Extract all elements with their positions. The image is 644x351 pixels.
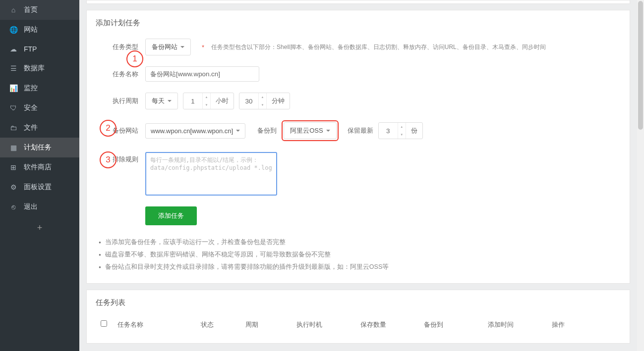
sidebar-item-monitor[interactable]: 📊 监控 bbox=[0, 78, 79, 98]
add-task-panel: 添加计划任务 1 任务类型 备份网站 * 任务类型包含以下部分：Shell脚本、… bbox=[86, 10, 630, 284]
sidebar-label: 文件 bbox=[24, 123, 38, 132]
row-backup-site: 2 备份网站 www.wpon.cn[www.wpon.cn] 备份到 阿里云O… bbox=[96, 120, 621, 141]
sidebar-label: 安全 bbox=[24, 103, 38, 112]
hour-unit: 小时 bbox=[210, 93, 234, 109]
sidebar-label: 监控 bbox=[24, 84, 38, 93]
sidebar-item-home[interactable]: ⌂ 首页 bbox=[0, 0, 79, 20]
minute-spinner[interactable]: ▲▼ bbox=[258, 93, 266, 109]
prev-panel-edge bbox=[86, 0, 630, 4]
notes-list: 当添加完备份任务，应该手动运行一次，并检查备份包是否完整 磁盘容量不够、数据库密… bbox=[96, 236, 621, 273]
chevron-down-icon bbox=[236, 130, 240, 132]
header-checkbox-col bbox=[101, 320, 117, 329]
sidebar-label: FTP bbox=[24, 45, 37, 53]
sidebar-label: 面板设置 bbox=[24, 183, 52, 192]
task-list-title: 任务列表 bbox=[96, 298, 621, 307]
col-cycle: 周期 bbox=[245, 320, 296, 329]
globe-icon: 🌐 bbox=[9, 26, 18, 34]
minute-unit: 分钟 bbox=[266, 93, 290, 109]
sidebar-item-site[interactable]: 🌐 网站 bbox=[0, 20, 79, 40]
folder-icon: 🗀 bbox=[9, 124, 18, 132]
sidebar-add-button[interactable]: + bbox=[0, 217, 79, 239]
chevron-down-icon bbox=[326, 130, 330, 132]
sidebar-item-security[interactable]: 🛡 安全 bbox=[0, 98, 79, 118]
scrollbar-track[interactable] bbox=[637, 0, 644, 351]
keep-spinner[interactable]: ▲▼ bbox=[398, 123, 406, 139]
ftp-icon: ☁ bbox=[9, 45, 18, 53]
label-cycle: 执行周期 bbox=[96, 97, 145, 105]
sidebar-item-database[interactable]: ☰ 数据库 bbox=[0, 58, 79, 78]
row-task-type: 1 任务类型 备份网站 * 任务类型包含以下部分：Shell脚本、备份网站、备份… bbox=[96, 39, 621, 55]
minute-input[interactable] bbox=[239, 93, 258, 109]
gear-icon: ⚙ bbox=[9, 183, 18, 191]
sidebar-item-logout[interactable]: ⎋ 退出 bbox=[0, 197, 79, 217]
hour-spinner[interactable]: ▲▼ bbox=[202, 93, 210, 109]
chevron-down-icon bbox=[180, 46, 184, 48]
hour-group: ▲▼ 小时 bbox=[183, 93, 234, 109]
exclude-textarea[interactable] bbox=[145, 152, 277, 196]
database-icon: ☰ bbox=[9, 64, 18, 72]
backup-dest-select[interactable]: 阿里云OSS bbox=[284, 122, 336, 139]
sidebar-item-ftp[interactable]: ☁ FTP bbox=[0, 40, 79, 58]
task-type-select[interactable]: 备份网站 bbox=[145, 39, 191, 55]
row-submit: 添加任务 bbox=[96, 206, 621, 225]
keep-input[interactable] bbox=[379, 123, 398, 139]
col-createtime: 添加时间 bbox=[488, 320, 552, 329]
col-name: 任务名称 bbox=[117, 320, 201, 329]
task-type-hint: 任务类型包含以下部分：Shell脚本、备份网站、备份数据库、日志切割、释放内存、… bbox=[211, 43, 546, 51]
row-cycle: 执行周期 每天 ▲▼ 小时 ▲▼ 分钟 bbox=[96, 93, 621, 109]
sidebar: ⌂ 首页 🌐 网站 ☁ FTP ☰ 数据库 📊 监控 🛡 安全 🗀 文件 ▦ bbox=[0, 0, 79, 351]
shield-icon: 🛡 bbox=[9, 104, 18, 112]
sidebar-item-settings[interactable]: ⚙ 面板设置 bbox=[0, 177, 79, 197]
hour-input[interactable] bbox=[183, 93, 202, 109]
exit-icon: ⎋ bbox=[9, 203, 18, 211]
grid-icon: ⊞ bbox=[9, 163, 18, 171]
home-icon: ⌂ bbox=[9, 6, 18, 14]
select-all-checkbox[interactable] bbox=[101, 320, 107, 327]
note-item: 备份站点和目录时支持文件或目录排除，请将需要排除功能的插件升级到最新版，如：阿里… bbox=[99, 261, 621, 273]
sidebar-item-cron[interactable]: ▦ 计划任务 bbox=[0, 138, 79, 157]
add-task-button[interactable]: 添加任务 bbox=[145, 206, 197, 225]
sidebar-label: 退出 bbox=[24, 202, 38, 211]
cycle-value: 每天 bbox=[152, 97, 165, 105]
sidebar-label: 数据库 bbox=[24, 64, 45, 73]
task-table-header: 任务名称 状态 周期 执行时机 保存数量 备份到 添加时间 操作 bbox=[96, 316, 621, 333]
sidebar-item-store[interactable]: ⊞ 软件商店 bbox=[0, 157, 79, 177]
col-status: 状态 bbox=[201, 320, 245, 329]
sidebar-label: 计划任务 bbox=[24, 143, 52, 152]
sidebar-label: 软件商店 bbox=[24, 163, 52, 172]
col-action: 操作 bbox=[552, 320, 616, 329]
sidebar-label: 网站 bbox=[24, 25, 38, 34]
dest-value: 阿里云OSS bbox=[290, 126, 323, 135]
plus-icon: + bbox=[37, 223, 43, 233]
keep-group: ▲▼ 份 bbox=[378, 122, 423, 139]
note-item: 磁盘容量不够、数据库密码错误、网络不稳定等原因，可能导致数据备份不完整 bbox=[99, 249, 621, 261]
chevron-down-icon bbox=[168, 100, 172, 102]
row-task-name: 任务名称 bbox=[96, 66, 621, 82]
keep-unit: 份 bbox=[406, 123, 422, 139]
row-exclude: 3 排除规则 bbox=[96, 152, 621, 196]
panel-title: 添加计划任务 bbox=[96, 18, 621, 28]
task-name-input[interactable] bbox=[145, 66, 259, 82]
task-list-panel: 任务列表 任务名称 状态 周期 执行时机 保存数量 备份到 添加时间 操作 bbox=[86, 290, 630, 344]
task-type-value: 备份网站 bbox=[152, 43, 177, 51]
label-keep-latest: 保留最新 bbox=[348, 126, 373, 135]
label-task-name: 任务名称 bbox=[96, 70, 145, 79]
monitor-icon: 📊 bbox=[9, 84, 18, 92]
col-backup-to: 备份到 bbox=[424, 320, 488, 329]
annotation-2: 2 bbox=[100, 120, 117, 137]
col-trigger: 执行时机 bbox=[296, 320, 360, 329]
note-item: 当添加完备份任务，应该手动运行一次，并检查备份包是否完整 bbox=[99, 236, 621, 249]
scrollbar-thumb[interactable] bbox=[638, 1, 643, 130]
site-value: www.wpon.cn[www.wpon.cn] bbox=[151, 127, 233, 135]
highlight-dest: 阿里云OSS bbox=[282, 120, 338, 141]
annotation-1: 1 bbox=[126, 50, 143, 67]
label-backup-to: 备份到 bbox=[257, 126, 277, 135]
required-star: * bbox=[202, 44, 204, 51]
sidebar-label: 首页 bbox=[24, 5, 38, 14]
cycle-select[interactable]: 每天 bbox=[145, 93, 178, 109]
sidebar-item-files[interactable]: 🗀 文件 bbox=[0, 118, 79, 138]
calendar-icon: ▦ bbox=[9, 144, 18, 151]
annotation-3: 3 bbox=[100, 151, 117, 168]
site-select[interactable]: www.wpon.cn[www.wpon.cn] bbox=[145, 123, 245, 139]
col-savecount: 保存数量 bbox=[360, 320, 424, 329]
